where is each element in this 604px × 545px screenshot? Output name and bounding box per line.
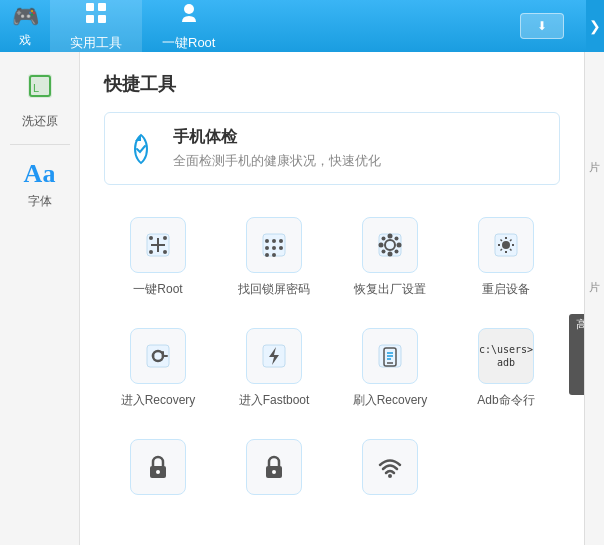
svg-rect-0: [86, 3, 94, 11]
tool-grid: 一键Root 找回锁屏密码: [104, 205, 560, 511]
svg-point-30: [382, 237, 386, 241]
tool-item-find-lockscreen[interactable]: 找回锁屏密码: [220, 205, 328, 306]
svg-point-12: [163, 236, 167, 240]
download-icon: ⬇: [537, 19, 547, 33]
top-nav: 🎮 戏 实用工具 一键Root ⬇ ❯: [0, 0, 604, 52]
find-lockscreen-label: 找回锁屏密码: [238, 281, 310, 298]
svg-point-18: [279, 239, 283, 243]
section-title: 快捷工具: [104, 72, 560, 96]
tool-item-lock1[interactable]: [104, 427, 212, 511]
nav-scroll-right[interactable]: ❯: [586, 0, 604, 52]
svg-point-19: [265, 246, 269, 250]
svg-point-28: [379, 243, 384, 248]
sidebar-restore-label: 洗还原: [22, 113, 58, 130]
svg-point-11: [149, 236, 153, 240]
nav-item-oneroot[interactable]: 一键Root: [142, 0, 235, 52]
nav-item-oneroot-label: 一键Root: [162, 34, 215, 52]
flash-recovery-label: 刷入Recovery: [353, 392, 428, 409]
reboot-label: 重启设备: [482, 281, 530, 298]
adb-tooltip: 高手都用命令行: [569, 314, 584, 395]
main-layout: L 洗还原 Aa 字体 快捷工具 手机体检 全面检测手机的健: [0, 52, 604, 545]
svg-line-42: [510, 240, 512, 242]
oneroot-nav-icon: [176, 0, 202, 32]
font-icon: Aa: [24, 159, 56, 189]
lock2-icon: [246, 439, 302, 495]
wifi-icon: [362, 439, 418, 495]
svg-point-14: [163, 250, 167, 254]
adb-icon: c:\users>adb: [478, 328, 534, 384]
phone-check-card[interactable]: 手机体检 全面检测手机的健康状况，快速优化: [104, 112, 560, 185]
svg-rect-15: [263, 234, 285, 256]
find-lockscreen-icon: [246, 217, 302, 273]
phone-check-title: 手机体检: [173, 127, 381, 148]
tool-item-flash-recovery[interactable]: 刷入Recovery: [336, 316, 444, 417]
recovery-icon: [130, 328, 186, 384]
nav-item-tools[interactable]: 实用工具: [50, 0, 142, 52]
svg-point-4: [184, 4, 194, 14]
chevron-right-icon: ❯: [589, 18, 601, 34]
svg-point-56: [272, 470, 276, 474]
tool-item-lock2[interactable]: [220, 427, 328, 511]
sidebar-divider: [10, 144, 70, 145]
svg-line-41: [510, 249, 512, 251]
right-sidebar: 片 片: [584, 52, 604, 545]
svg-point-21: [279, 246, 283, 250]
svg-point-23: [272, 253, 276, 257]
svg-point-20: [272, 246, 276, 250]
phone-check-icon: [123, 131, 159, 167]
tool-item-reboot[interactable]: 重启设备: [452, 205, 560, 306]
tool-item-adb-cmd[interactable]: c:\users>adb 高手都用命令行 Adb命令行: [452, 316, 560, 417]
tools-icon: [83, 0, 109, 32]
svg-line-40: [501, 240, 503, 242]
svg-point-13: [149, 250, 153, 254]
sidebar: L 洗还原 Aa 字体: [0, 52, 80, 545]
svg-rect-1: [98, 3, 106, 11]
svg-point-16: [265, 239, 269, 243]
svg-text:L: L: [33, 82, 39, 94]
nav-item-tools-label: 实用工具: [70, 34, 122, 52]
tool-item-factory-reset[interactable]: 恢复出厂设置: [336, 205, 444, 306]
reboot-icon: [478, 217, 534, 273]
svg-point-17: [272, 239, 276, 243]
content-area: 快捷工具 手机体检 全面检测手机的健康状况，快速优化: [80, 52, 584, 545]
tool-item-recovery[interactable]: 进入Recovery: [104, 316, 212, 417]
phone-check-text: 手机体检 全面检测手机的健康状况，快速优化: [173, 127, 381, 170]
svg-point-35: [502, 241, 510, 249]
svg-point-29: [397, 243, 402, 248]
svg-point-26: [388, 234, 393, 239]
fastboot-label: 进入Fastboot: [239, 392, 310, 409]
svg-rect-3: [98, 15, 106, 23]
oneroot-icon: [130, 217, 186, 273]
right-label-photos: 片: [587, 52, 602, 152]
factory-reset-label: 恢复出厂设置: [354, 281, 426, 298]
svg-point-32: [382, 250, 386, 254]
svg-rect-5: [28, 74, 52, 98]
fastboot-icon: [246, 328, 302, 384]
restore-icon: L: [24, 70, 56, 109]
tool-item-fastboot[interactable]: 进入Fastboot: [220, 316, 328, 417]
svg-point-27: [388, 252, 393, 257]
download-button[interactable]: ⬇: [520, 13, 564, 39]
recovery-label: 进入Recovery: [121, 392, 196, 409]
flash-recovery-icon: [362, 328, 418, 384]
adb-cmd-label: Adb命令行: [477, 392, 534, 409]
game-icon: 🎮: [12, 4, 39, 30]
svg-point-57: [388, 474, 392, 478]
nav-item-game-label: 戏: [19, 32, 31, 49]
sidebar-font-label: 字体: [28, 193, 52, 210]
phone-check-desc: 全面检测手机的健康状况，快速优化: [173, 152, 381, 170]
svg-point-22: [265, 253, 269, 257]
tool-item-wifi[interactable]: [336, 427, 444, 511]
tool-item-oneroot[interactable]: 一键Root: [104, 205, 212, 306]
right-label-photos2: 片: [587, 152, 602, 272]
svg-point-31: [395, 237, 399, 241]
svg-rect-2: [86, 15, 94, 23]
nav-item-game[interactable]: 🎮 戏: [0, 0, 50, 52]
svg-line-43: [501, 249, 503, 251]
sidebar-item-font[interactable]: Aa 字体: [2, 151, 77, 218]
svg-point-33: [395, 250, 399, 254]
lock1-icon: [130, 439, 186, 495]
oneroot-label: 一键Root: [133, 281, 182, 298]
factory-reset-icon: [362, 217, 418, 273]
sidebar-item-restore[interactable]: L 洗还原: [2, 62, 77, 138]
